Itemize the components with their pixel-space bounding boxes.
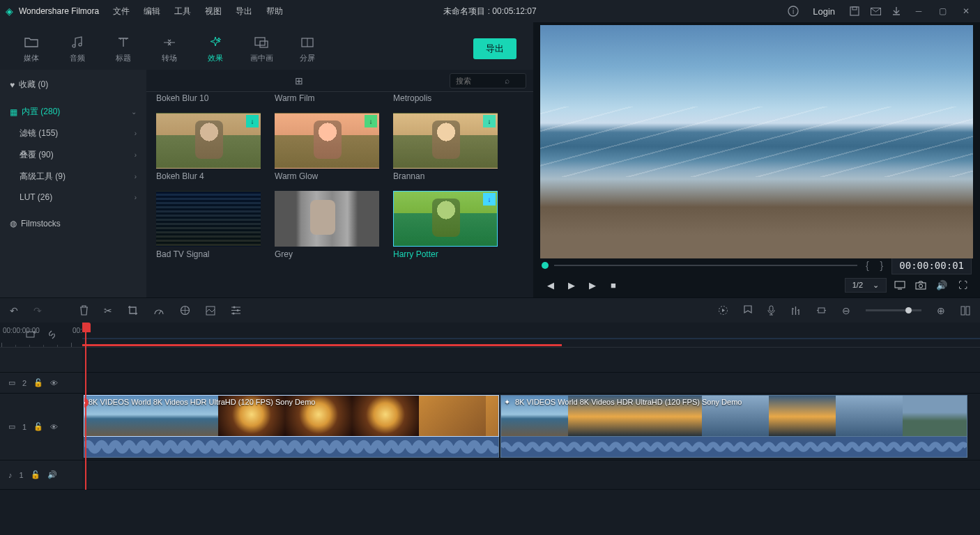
preview-zoom-select[interactable]: 1/2⌄ [845,278,887,293]
window-close-icon[interactable]: ✕ [958,3,974,20]
download-badge-icon[interactable]: ↓ [483,115,496,127]
effect-thumb[interactable]: ↓Warm Glow [275,113,379,181]
undo-button[interactable]: ↶ [10,305,18,316]
quality-icon[interactable] [892,277,908,293]
lock-icon[interactable]: 🔓 [33,422,43,431]
download-icon[interactable] [889,4,903,18]
prev-button[interactable]: ◀ [543,277,558,293]
window-minimize-icon[interactable]: ─ [910,3,927,20]
lock-icon[interactable]: 🔓 [33,378,43,387]
sidebar-favorites[interactable]: ♥收藏 (0) [0,74,146,95]
thumb-label: Warm Film [275,92,379,103]
greenscreen-button[interactable] [206,306,215,316]
menu-tools[interactable]: 工具 [169,3,197,20]
stop-button[interactable]: ■ [606,277,621,293]
track-audio1[interactable] [82,460,980,490]
effects-sidebar: ♥收藏 (0) ▦内置 (280)⌄ 滤镜 (155)› 叠覆 (90)› 高级… [0,70,146,297]
mark-out-icon[interactable]: } [878,260,887,271]
tab-audio[interactable]: 音频 [57,31,98,68]
clip-2-waveform[interactable] [500,437,967,458]
split-button[interactable]: ✂ [104,305,112,316]
playhead-dot-icon[interactable] [542,262,549,269]
download-badge-icon[interactable]: ↓ [483,193,496,206]
effect-thumb[interactable]: Bad TV Signal [156,191,261,259]
sidebar-filmstocks[interactable]: ◍Filmstocks [0,214,146,233]
lock-icon[interactable]: 🔓 [31,470,40,479]
track-video1[interactable]: ✦ 8K VIDEOS World 8K Videos HDR UltraHD … [82,394,980,460]
track-header-video2[interactable]: ▭2🔓👁 [0,373,82,394]
keyframe-button[interactable] [816,306,827,315]
marker-button[interactable] [744,305,752,316]
play-button[interactable]: ▶ [564,277,579,293]
eye-icon[interactable]: 👁 [50,423,58,431]
color-button[interactable] [180,305,190,316]
volume-icon[interactable]: 🔊 [934,277,949,293]
login-button[interactable]: Login [807,5,841,18]
mark-in-icon[interactable]: { [863,260,872,271]
effect-thumb[interactable]: ↓Bokeh Blur 4 [156,113,261,181]
svg-rect-3 [852,7,857,10]
adjust-button[interactable] [231,306,241,315]
tab-media[interactable]: 媒体 [11,31,52,68]
timeline-clip-1[interactable]: ✦ 8K VIDEOS World 8K Videos HDR UltraHD … [84,395,499,437]
download-badge-icon[interactable]: ↓ [365,115,377,127]
effect-thumb[interactable]: ↓Brannan [393,113,498,181]
tab-split[interactable]: 分屏 [287,31,328,68]
delete-button[interactable] [79,305,89,316]
audio-mixer-button[interactable] [790,306,801,316]
playhead[interactable] [85,323,86,490]
sidebar-filters[interactable]: 滤镜 (155)› [0,123,146,144]
svg-text:i: i [793,8,794,15]
menu-export[interactable]: 导出 [230,3,258,20]
eye-icon[interactable]: 👁 [50,379,58,387]
progress-bar[interactable] [554,265,857,266]
tab-effects[interactable]: 效果 [195,31,236,68]
sidebar-advanced[interactable]: 高级工具 (9)› [0,166,146,187]
track-header-audio1[interactable]: ♪1🔓🔊 [0,460,82,490]
tab-title[interactable]: 标题 [103,31,144,68]
export-button[interactable]: 导出 [473,38,516,59]
track-video2[interactable] [82,373,980,394]
speed-button[interactable] [153,306,164,316]
tab-transition[interactable]: 转场 [149,31,190,68]
record-button[interactable] [767,305,775,316]
zoom-slider[interactable] [866,309,921,311]
snapshot-icon[interactable] [913,277,928,293]
sidebar-lut[interactable]: LUT (26)› [0,187,146,207]
search-input[interactable] [456,77,505,85]
zoom-fit-button[interactable] [960,306,970,316]
redo-button[interactable]: ↷ [33,305,42,316]
effect-thumb-selected[interactable]: ↓Harry Potter [393,191,498,259]
tab-pip[interactable]: 画中画 [241,31,282,68]
save-icon[interactable] [848,4,862,18]
speaker-icon[interactable]: 🔊 [47,470,57,479]
playhead-handle-icon[interactable] [82,323,91,332]
mail-icon[interactable] [868,4,882,18]
effect-thumb[interactable]: Grey [275,191,379,259]
link-icon[interactable] [47,329,57,340]
grid-view-icon[interactable]: ⊞ [295,75,303,86]
menu-file[interactable]: 文件 [107,3,135,20]
window-maximize-icon[interactable]: ▢ [934,3,951,20]
splitscreen-icon [301,35,314,50]
sidebar-builtin[interactable]: ▦内置 (280)⌄ [0,101,146,123]
search-box[interactable]: ⌕ [450,73,526,88]
crop-button[interactable] [128,305,138,316]
track-header-video1[interactable]: ▭1🔓👁 [0,394,82,460]
svg-rect-20 [961,307,965,315]
zoom-out-button[interactable]: ⊖ [842,305,850,316]
render-button[interactable] [718,305,728,316]
fullscreen-icon[interactable]: ⛶ [955,277,970,293]
download-badge-icon[interactable]: ↓ [246,115,259,127]
next-button[interactable]: ▶ [585,277,600,293]
sidebar-overlays[interactable]: 叠覆 (90)› [0,144,146,166]
clip-1-waveform[interactable] [84,437,499,458]
zoom-in-button[interactable]: ⊕ [937,305,945,316]
menu-help[interactable]: 帮助 [261,3,289,20]
menu-view[interactable]: 视图 [199,3,227,20]
info-icon[interactable]: i [786,4,800,18]
timeline-ruler[interactable] [82,323,980,348]
timeline-clip-2[interactable]: 8K VIDEOS World 8K Videos HDR UltraHD (1… [500,395,967,437]
preview-video[interactable] [540,25,973,258]
menu-edit[interactable]: 编辑 [138,3,166,20]
